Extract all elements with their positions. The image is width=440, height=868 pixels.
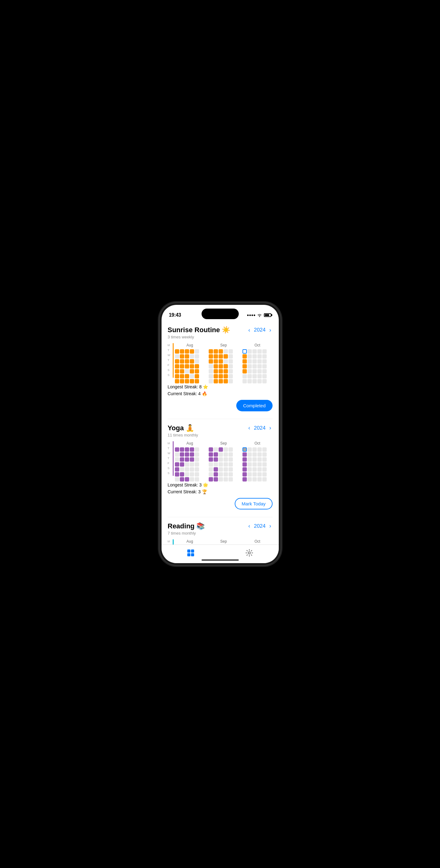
scroll-content[interactable]: Sunrise Routine ☀️ ‹ 2024 › 3 times week… xyxy=(162,321,279,545)
calendar-months-yoga: Aug xyxy=(175,441,273,482)
year-reading: 2024 xyxy=(254,523,266,529)
day-labels-sunrise: M T W T F S S xyxy=(168,343,171,377)
year-next-reading[interactable]: › xyxy=(268,523,273,529)
day-labels-yoga: M T W T F S S xyxy=(168,441,171,475)
status-time: 19:43 xyxy=(169,312,181,318)
accent-bar-yoga xyxy=(173,441,174,476)
habit-footer-yoga: Mark Today xyxy=(168,498,273,509)
habit-yoga-title: Yoga 🧘 xyxy=(168,424,194,432)
year-nav-reading: ‹ 2024 › xyxy=(247,523,273,529)
phone-screen: 19:43 Sunrise Ro xyxy=(162,305,279,563)
calendar-months-sunrise: Aug xyxy=(175,343,273,383)
year-yoga: 2024 xyxy=(254,425,266,431)
oct-sunrise: Oct xyxy=(242,343,273,383)
habit-reading-title: Reading 📚 xyxy=(168,522,205,530)
mark-today-button-yoga[interactable]: Mark Today xyxy=(235,498,272,509)
streak-sunrise: Longest Streak: 8 ⭐ Current Streak: 4 🔥 xyxy=(168,383,273,397)
status-icons xyxy=(247,313,271,317)
habit-yoga-header: Yoga 🧘 ‹ 2024 › xyxy=(168,424,273,432)
calendar-yoga: M T W T F S S Aug xyxy=(168,441,273,482)
dynamic-island xyxy=(202,309,239,319)
streak-yoga: Longest Streak: 3 🌟 Current Streak: 3 🏆 xyxy=(168,482,273,495)
habit-sunrise: Sunrise Routine ☀️ ‹ 2024 › 3 times week… xyxy=(168,321,273,419)
habit-reading-header: Reading 📚 ‹ 2024 › xyxy=(168,522,273,530)
svg-point-4 xyxy=(248,552,250,554)
aug-sunrise: Aug xyxy=(175,343,205,383)
aug-yoga: Aug xyxy=(175,441,205,482)
oct-yoga: Oct xyxy=(242,441,273,482)
year-prev-yoga[interactable]: ‹ xyxy=(247,425,251,431)
day-labels-reading: M T W T xyxy=(168,539,171,545)
svg-rect-1 xyxy=(191,550,194,553)
svg-rect-0 xyxy=(187,550,191,553)
svg-rect-3 xyxy=(191,553,194,556)
habit-sunrise-freq: 3 times weekly xyxy=(168,335,273,339)
oct-reading: Oct xyxy=(242,539,273,545)
sep-reading: Sep xyxy=(209,539,239,545)
signal-dots xyxy=(247,314,255,316)
habit-yoga-freq: 11 times monthly xyxy=(168,433,273,437)
accent-bar-sunrise xyxy=(173,343,174,378)
tab-grid[interactable] xyxy=(187,549,195,557)
habit-reading-freq: 7 times monthly xyxy=(168,531,273,535)
calendar-reading: M T W T Aug xyxy=(168,539,273,545)
svg-rect-2 xyxy=(187,553,191,556)
sep-yoga: Sep xyxy=(209,441,239,482)
year-prev-sunrise[interactable]: ‹ xyxy=(247,327,251,333)
grid-icon xyxy=(187,549,195,557)
calendar-months-reading: Aug xyxy=(175,539,273,545)
year-nav-yoga: ‹ 2024 › xyxy=(247,425,273,431)
wifi-icon xyxy=(257,313,262,317)
completed-button-sunrise[interactable]: Completed xyxy=(236,400,273,411)
tab-settings[interactable] xyxy=(245,549,253,557)
habit-reading: Reading 📚 ‹ 2024 › 7 times monthly M T W… xyxy=(168,517,273,545)
habit-sunrise-title: Sunrise Routine ☀️ xyxy=(168,326,230,334)
year-next-sunrise[interactable]: › xyxy=(268,327,273,333)
habit-footer-sunrise: Completed xyxy=(168,400,273,411)
calendar-sunrise: M T W T F S S Aug xyxy=(168,343,273,383)
year-prev-reading[interactable]: ‹ xyxy=(247,523,251,529)
habit-sunrise-header: Sunrise Routine ☀️ ‹ 2024 › xyxy=(168,326,273,334)
battery-icon xyxy=(264,313,271,317)
phone-shell: 19:43 Sunrise Ro xyxy=(160,303,281,565)
home-indicator xyxy=(202,559,239,561)
year-nav-sunrise: ‹ 2024 › xyxy=(247,327,273,333)
sep-sunrise: Sep xyxy=(209,343,239,383)
accent-bar-reading xyxy=(173,539,174,545)
aug-reading: Aug xyxy=(175,539,205,545)
year-next-yoga[interactable]: › xyxy=(268,425,273,431)
gear-icon xyxy=(245,549,253,557)
year-sunrise: 2024 xyxy=(254,327,266,333)
habit-yoga: Yoga 🧘 ‹ 2024 › 11 times monthly M T W T… xyxy=(168,419,273,517)
